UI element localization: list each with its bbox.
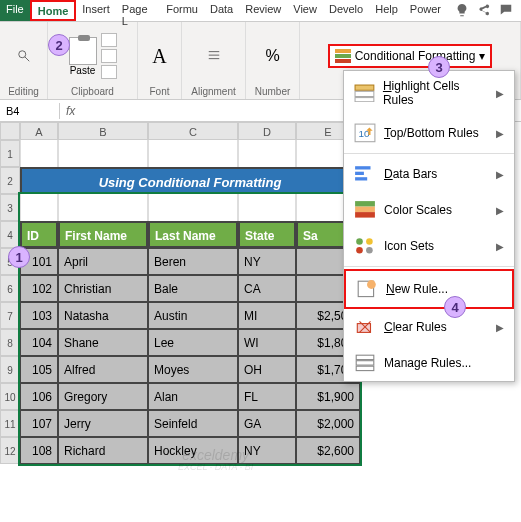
menu-highlight-cells-rules[interactable]: Highlight Cells Rules▶	[344, 71, 514, 115]
svg-point-17	[356, 247, 363, 254]
chevron-right-icon: ▶	[496, 169, 504, 180]
tab-home[interactable]: Home	[30, 0, 77, 21]
data-bars-icon	[354, 164, 376, 184]
menu-data-bars[interactable]: Data Bars▶	[344, 156, 514, 192]
group-clipboard: Clipboard	[71, 86, 114, 97]
icon-sets-icon	[354, 236, 376, 256]
ribbon-tabs: File Home Insert Page L Formu Data Revie…	[0, 0, 521, 22]
svg-rect-3	[335, 59, 351, 63]
svg-rect-24	[356, 366, 374, 370]
font-icon[interactable]: A	[152, 45, 166, 68]
menu-clear-rules[interactable]: Clear Rules▶	[344, 309, 514, 345]
color-scales-icon	[354, 200, 376, 220]
tab-page-layout[interactable]: Page L	[116, 0, 160, 21]
chevron-right-icon: ▶	[496, 205, 504, 216]
find-icon[interactable]	[17, 49, 31, 63]
group-alignment: Alignment	[191, 86, 235, 97]
conditional-formatting-button[interactable]: Conditional Formatting ▾	[328, 44, 493, 68]
highlight-cells-icon	[354, 83, 375, 103]
callout-2: 2	[48, 34, 70, 56]
tab-file[interactable]: File	[0, 0, 30, 21]
chevron-right-icon: ▶	[496, 88, 504, 99]
svg-rect-6	[355, 97, 374, 101]
menu-manage-rules[interactable]: Manage Rules...	[344, 345, 514, 381]
table-row[interactable]: 12108RichardHockleyNY$2,600	[0, 437, 521, 464]
manage-rules-icon	[354, 353, 376, 373]
tab-review[interactable]: Review	[239, 0, 287, 21]
callout-1: 1	[8, 246, 30, 268]
tab-insert[interactable]: Insert	[76, 0, 116, 21]
copy-icon[interactable]	[101, 49, 117, 63]
lightbulb-icon[interactable]	[455, 3, 469, 17]
svg-point-18	[366, 247, 373, 254]
menu-top-bottom-rules[interactable]: 10 Top/Bottom Rules▶	[344, 115, 514, 151]
callout-3: 3	[428, 56, 450, 78]
svg-rect-23	[356, 361, 374, 365]
menu-icon-sets[interactable]: Icon Sets▶	[344, 228, 514, 264]
svg-rect-22	[356, 355, 374, 359]
svg-rect-5	[355, 91, 374, 96]
format-painter-icon[interactable]	[101, 65, 117, 79]
svg-rect-9	[355, 166, 370, 169]
svg-point-16	[366, 238, 373, 245]
clear-rules-icon	[354, 317, 376, 337]
tab-help[interactable]: Help	[369, 0, 404, 21]
chevron-right-icon: ▶	[496, 322, 504, 333]
callout-4: 4	[444, 296, 466, 318]
svg-rect-1	[335, 49, 351, 53]
group-font: Font	[149, 86, 169, 97]
conditional-formatting-icon	[335, 49, 351, 63]
svg-rect-4	[355, 85, 374, 90]
menu-color-scales[interactable]: Color Scales▶	[344, 192, 514, 228]
paste-button[interactable]: Paste	[69, 37, 97, 76]
chevron-right-icon: ▶	[496, 241, 504, 252]
svg-point-15	[356, 238, 363, 245]
svg-point-20	[367, 280, 376, 289]
table-row[interactable]: 11107JerrySeinfeldGA$2,000	[0, 410, 521, 437]
svg-rect-13	[355, 207, 375, 212]
top-bottom-icon: 10	[354, 123, 376, 143]
align-icon[interactable]	[207, 49, 221, 63]
group-number: Number	[255, 86, 291, 97]
table-row[interactable]: 10106GregoryAlanFL$1,900	[0, 383, 521, 410]
share-icon[interactable]	[477, 3, 491, 17]
tab-data[interactable]: Data	[204, 0, 239, 21]
svg-point-0	[18, 51, 25, 58]
menu-new-rule[interactable]: New Rule...	[344, 269, 514, 309]
tab-developer[interactable]: Develo	[323, 0, 369, 21]
svg-rect-12	[355, 201, 375, 206]
name-box[interactable]: B4	[0, 103, 60, 119]
new-rule-icon	[356, 279, 378, 299]
svg-rect-14	[355, 212, 375, 217]
svg-rect-2	[335, 54, 351, 58]
fx-label[interactable]: fx	[60, 104, 81, 118]
svg-rect-10	[355, 172, 364, 175]
percent-icon[interactable]: %	[265, 47, 279, 65]
cut-icon[interactable]	[101, 33, 117, 47]
chevron-down-icon: ▾	[479, 49, 485, 63]
conditional-formatting-menu: Highlight Cells Rules▶ 10 Top/Bottom Rul…	[343, 70, 515, 382]
svg-rect-11	[355, 177, 367, 180]
tab-view[interactable]: View	[287, 0, 323, 21]
tab-formulas[interactable]: Formu	[160, 0, 204, 21]
tab-power[interactable]: Power	[404, 0, 447, 21]
comment-icon[interactable]	[499, 3, 513, 17]
title-cell[interactable]: Using Conditional Formatting	[20, 167, 360, 194]
chevron-right-icon: ▶	[496, 128, 504, 139]
group-editing: Editing	[8, 86, 39, 97]
